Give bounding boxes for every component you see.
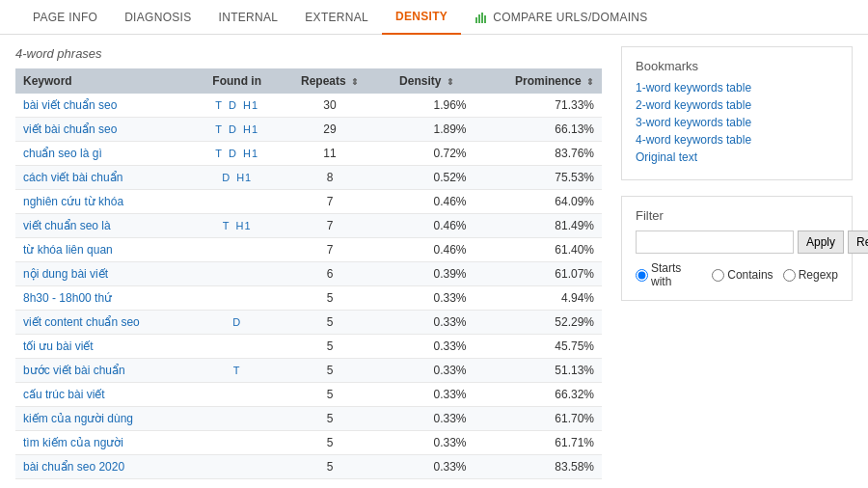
density-cell: 0.52% bbox=[379, 166, 474, 190]
prominence-cell: 61.71% bbox=[475, 431, 602, 455]
found-in-tag[interactable]: T bbox=[223, 220, 231, 231]
keyword-link[interactable]: cấu trúc bài viết bbox=[23, 388, 105, 401]
nav-external[interactable]: EXTERNAL bbox=[291, 0, 382, 35]
table-header-row: Keyword Found in Repeats ⇕ Density ⇕ Pro bbox=[15, 68, 602, 94]
found-in-tag[interactable]: H1 bbox=[236, 220, 252, 231]
found-in-tag[interactable]: D bbox=[232, 316, 241, 328]
keyword-cell: nghiên cứu từ khóa bbox=[15, 190, 194, 214]
svg-rect-2 bbox=[481, 13, 483, 23]
keyword-cell: kiếm của người dùng bbox=[15, 407, 194, 431]
keyword-link[interactable]: viết bài chuẩn seo bbox=[23, 122, 117, 136]
found-in-tag[interactable]: T bbox=[233, 365, 241, 376]
keyword-link[interactable]: bài viết chuẩn seo bbox=[23, 98, 117, 112]
filter-starts-with-label[interactable]: Starts with bbox=[636, 261, 702, 288]
found-in-tag[interactable]: H1 bbox=[243, 99, 258, 111]
found-in-tag[interactable]: D bbox=[222, 172, 231, 183]
repeats-cell: 5 bbox=[281, 407, 380, 431]
density-cell: 0.33% bbox=[379, 359, 474, 383]
repeats-cell: 6 bbox=[281, 262, 380, 286]
prominence-cell: 52.29% bbox=[475, 311, 602, 335]
table-row: bước viết bài chuẩnT 50.33%51.13% bbox=[15, 359, 602, 383]
keyword-cell: viết bài chuẩn seo bbox=[15, 118, 194, 142]
found-in-cell bbox=[194, 335, 281, 359]
filter-starts-with-text: Starts with bbox=[651, 261, 702, 288]
keyword-link[interactable]: bài chuẩn seo 2020 bbox=[23, 460, 124, 474]
prominence-cell: 83.58% bbox=[475, 455, 602, 479]
prominence-cell: 61.70% bbox=[475, 407, 602, 431]
table-row: 8h30 - 18h00 thứ50.33%4.94% bbox=[15, 286, 602, 311]
found-in-tag[interactable]: T bbox=[215, 123, 223, 135]
keyword-link[interactable]: bước viết bài chuẩn bbox=[23, 364, 125, 377]
bookmark-link[interactable]: Original text bbox=[636, 150, 838, 164]
bookmark-link[interactable]: 2-word keywords table bbox=[636, 98, 838, 112]
col-density[interactable]: Density ⇕ bbox=[379, 68, 474, 94]
keyword-link[interactable]: chuẩn seo là gì bbox=[23, 147, 102, 160]
keyword-link[interactable]: từ khóa liên quan bbox=[23, 243, 113, 257]
left-content: 4-word phrases Keyword Found in Repeats … bbox=[15, 46, 602, 479]
bookmark-link[interactable]: 3-word keywords table bbox=[636, 116, 838, 129]
keyword-cell: 8h30 - 18h00 thứ bbox=[15, 286, 194, 311]
table-row: tối ưu bài viết50.33%45.75% bbox=[15, 335, 602, 359]
filter-regexp-radio[interactable] bbox=[783, 269, 796, 282]
found-in-tag[interactable]: T bbox=[215, 148, 223, 159]
nav-diagnosis[interactable]: DIAGNOSIS bbox=[111, 0, 204, 35]
bookmark-links: 1-word keywords table2-word keywords tab… bbox=[636, 81, 838, 164]
nav-compare[interactable]: COMPARE URLS/DOMAINS bbox=[461, 0, 661, 35]
repeats-cell: 5 bbox=[281, 359, 380, 383]
filter-input-row: Apply Reset bbox=[636, 230, 838, 254]
keyword-link[interactable]: viết content chuẩn seo bbox=[23, 315, 140, 329]
keyword-link[interactable]: 8h30 - 18h00 thứ bbox=[23, 291, 112, 305]
prominence-cell: 45.75% bbox=[475, 335, 602, 359]
table-row: viết bài chuẩn seoT D H1 291.89%66.13% bbox=[15, 118, 602, 142]
found-in-cell bbox=[194, 455, 281, 479]
keyword-cell: cách viết bài chuẩn bbox=[15, 166, 194, 190]
keyword-cell: viết chuẩn seo là bbox=[15, 214, 194, 238]
filter-regexp-text: Regexp bbox=[799, 268, 838, 282]
keyword-link[interactable]: kiếm của người dùng bbox=[23, 412, 133, 425]
keyword-table: Keyword Found in Repeats ⇕ Density ⇕ Pro bbox=[15, 68, 602, 479]
density-cell: 0.33% bbox=[379, 383, 474, 407]
density-cell: 0.46% bbox=[379, 190, 474, 214]
svg-rect-3 bbox=[484, 15, 486, 23]
bookmark-link[interactable]: 4-word keywords table bbox=[636, 133, 838, 147]
filter-apply-button[interactable]: Apply bbox=[798, 230, 844, 254]
found-in-tag[interactable]: H1 bbox=[243, 148, 258, 159]
keyword-cell: bài chuẩn seo 2020 bbox=[15, 455, 194, 479]
bookmarks-box: Bookmarks 1-word keywords table2-word ke… bbox=[621, 46, 853, 180]
table-row: viết chuẩn seo làT H1 70.46%81.49% bbox=[15, 214, 602, 238]
repeats-cell: 30 bbox=[281, 94, 380, 118]
filter-input[interactable] bbox=[636, 230, 794, 254]
filter-starts-with-radio[interactable] bbox=[636, 269, 648, 282]
found-in-tag[interactable]: H1 bbox=[236, 172, 252, 183]
keyword-link[interactable]: tối ưu bài viết bbox=[23, 339, 94, 353]
svg-rect-0 bbox=[475, 17, 477, 23]
keyword-link[interactable]: cách viết bài chuẩn bbox=[23, 171, 122, 184]
keyword-link[interactable]: nghiên cứu từ khóa bbox=[23, 195, 123, 208]
filter-contains-radio[interactable] bbox=[712, 269, 724, 282]
nav-internal[interactable]: INTERNAL bbox=[205, 0, 292, 35]
keyword-cell: từ khóa liên quan bbox=[15, 238, 194, 262]
found-in-tag[interactable]: D bbox=[229, 99, 237, 111]
prominence-cell: 83.76% bbox=[475, 142, 602, 166]
keyword-link[interactable]: viết chuẩn seo là bbox=[23, 219, 111, 232]
keyword-cell: tìm kiếm của người bbox=[15, 431, 194, 455]
keyword-link[interactable]: tìm kiếm của người bbox=[23, 436, 123, 449]
density-cell: 0.46% bbox=[379, 238, 474, 262]
col-repeats[interactable]: Repeats ⇕ bbox=[281, 68, 380, 94]
keyword-link[interactable]: nội dung bài viết bbox=[23, 267, 108, 281]
density-cell: 0.39% bbox=[379, 262, 474, 286]
found-in-cell: T D H1 bbox=[194, 94, 281, 118]
keyword-cell: viết content chuẩn seo bbox=[15, 311, 194, 335]
nav-density[interactable]: DENSITY bbox=[382, 0, 461, 35]
filter-contains-label[interactable]: Contains bbox=[712, 268, 773, 282]
found-in-cell bbox=[194, 431, 281, 455]
col-prominence[interactable]: Prominence ⇕ bbox=[475, 68, 602, 94]
nav-page-info[interactable]: PAGE INFO bbox=[19, 0, 111, 35]
found-in-tag[interactable]: D bbox=[229, 123, 237, 135]
found-in-tag[interactable]: T bbox=[215, 99, 223, 111]
found-in-tag[interactable]: D bbox=[229, 148, 237, 159]
found-in-tag[interactable]: H1 bbox=[243, 123, 258, 135]
filter-regexp-label[interactable]: Regexp bbox=[783, 268, 838, 282]
filter-reset-button[interactable]: Reset bbox=[848, 230, 868, 254]
bookmark-link[interactable]: 1-word keywords table bbox=[636, 81, 838, 95]
